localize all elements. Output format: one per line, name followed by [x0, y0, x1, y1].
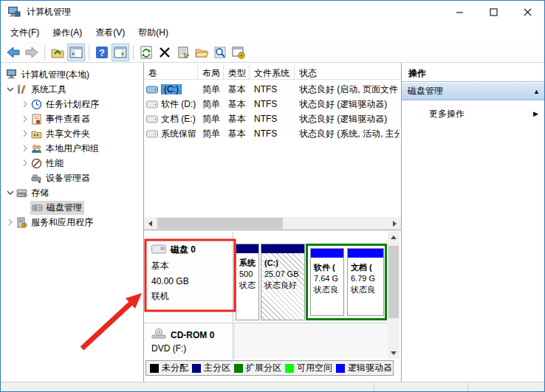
- tree-item-device-manager[interactable]: 设备管理器: [1, 171, 143, 185]
- scroll-right-icon[interactable]: [388, 217, 401, 230]
- chevron-expanded-icon[interactable]: [5, 86, 16, 93]
- chevron-collapsed-icon[interactable]: [20, 130, 30, 137]
- logical-drive-stripe: [311, 249, 343, 258]
- tree-item-system-tools[interactable]: 系统工具: [1, 82, 143, 97]
- legend-swatch-free: [285, 364, 294, 373]
- svg-text:?: ?: [99, 47, 105, 58]
- disk0-size: 40.00 GB: [151, 276, 228, 286]
- volume-layout: 简单: [198, 98, 224, 111]
- partition-system-reserved[interactable]: 系统 500 状态: [236, 244, 259, 320]
- tree-item-label: 设备管理器: [46, 172, 90, 185]
- partition-software[interactable]: 软件 ( 7.64 G 状态良: [310, 248, 344, 316]
- cdrom-row: CD-ROM 0 DVD (F:): [144, 323, 388, 360]
- volume-icon: [146, 100, 160, 109]
- services-applications-icon: [16, 217, 28, 228]
- local-users-groups-icon: [30, 143, 43, 154]
- column-header-status[interactable]: 状态: [295, 65, 402, 80]
- action-section-disk-management[interactable]: 磁盘管理 ▲: [402, 83, 545, 100]
- cdrom-media: DVD (F:): [151, 343, 228, 354]
- more-actions-item[interactable]: 更多操作 ▶: [402, 105, 545, 123]
- action-pane: 操作 磁盘管理 ▲ 更多操作 ▶: [402, 63, 545, 382]
- tree-item-shared-folders[interactable]: 共享文件夹: [1, 126, 143, 141]
- vertical-scrollbar[interactable]: [388, 231, 400, 359]
- show-action-pane-icon[interactable]: [112, 44, 129, 61]
- task-scheduler-icon: [30, 99, 43, 110]
- horizontal-scrollbar[interactable]: [144, 217, 401, 230]
- maximize-button[interactable]: [476, 1, 510, 23]
- tree-item-label: 共享文件夹: [46, 128, 90, 140]
- menu-view[interactable]: 查看(V): [89, 24, 131, 42]
- forward-icon[interactable]: [23, 44, 41, 61]
- chevron-expanded-icon[interactable]: [5, 189, 16, 196]
- tree-item-label: 服务和应用程序: [31, 216, 93, 229]
- refresh-icon[interactable]: [137, 44, 155, 61]
- menu-action[interactable]: 操作(A): [46, 24, 89, 42]
- scrollbar-thumb[interactable]: [157, 218, 283, 229]
- scroll-left-icon[interactable]: [144, 217, 157, 230]
- minimize-button[interactable]: [442, 1, 476, 23]
- partition-status: 状态良: [351, 284, 381, 295]
- volume-status: 状态良好 (逻辑驱动器): [295, 113, 400, 125]
- legend-item: 逻辑驱动器: [336, 362, 392, 374]
- close-button[interactable]: [510, 1, 544, 23]
- volume-fs: NTFS: [250, 84, 295, 94]
- legend-swatch-primary: [192, 364, 201, 373]
- partition-c[interactable]: (C:) 25.07 GB 状态良好: [261, 244, 305, 320]
- legend-label: 未分配: [162, 362, 188, 374]
- volume-type: 基本: [224, 83, 250, 96]
- menu-file[interactable]: 文件(F): [4, 24, 46, 42]
- column-header-layout[interactable]: 布局: [198, 65, 224, 80]
- extended-partition-box: 软件 ( 7.64 G 状态良 文档 ( 6.79 G 状态良: [306, 244, 387, 320]
- legend-label: 主分区: [204, 362, 230, 374]
- chevron-collapsed-icon[interactable]: [5, 219, 16, 226]
- console-options-icon[interactable]: [230, 44, 247, 61]
- open-folder-icon[interactable]: [193, 44, 210, 61]
- legend-item: 扩展分区: [234, 362, 281, 374]
- up-one-level-icon[interactable]: [49, 44, 66, 61]
- legend-swatch-extended: [234, 364, 243, 373]
- column-header-type[interactable]: 类型: [224, 65, 250, 80]
- volume-row[interactable]: 文档 (E:) 简单 基本 NTFS 状态良好 (逻辑驱动器): [144, 111, 401, 126]
- chevron-collapsed-icon[interactable]: [20, 100, 30, 108]
- tree-item-storage[interactable]: 存储: [1, 185, 143, 200]
- show-console-tree-icon[interactable]: [67, 44, 85, 61]
- tree-item-local-users-groups[interactable]: 本地用户和组: [1, 141, 143, 156]
- scrollbar-thumb[interactable]: [388, 246, 399, 318]
- menu-help[interactable]: 帮助(H): [131, 24, 175, 42]
- tree-item-label: 存储: [31, 187, 49, 199]
- back-icon[interactable]: [4, 44, 22, 61]
- volume-fs: NTFS: [250, 114, 295, 124]
- volume-name-selected: (C:): [161, 84, 182, 94]
- help-icon[interactable]: ?: [93, 44, 111, 61]
- legend-label: 扩展分区: [246, 362, 281, 374]
- tree-item-performance[interactable]: 性能: [1, 156, 143, 171]
- disk0-status: 联机: [151, 290, 228, 303]
- search-icon[interactable]: [211, 44, 229, 61]
- chevron-collapsed-icon[interactable]: [20, 159, 30, 167]
- column-header-volume[interactable]: 卷: [144, 65, 198, 80]
- chevron-collapsed-icon[interactable]: [20, 115, 30, 123]
- menu-bar: 文件(F) 操作(A) 查看(V) 帮助(H): [1, 23, 544, 42]
- tree-item-event-viewer[interactable]: 事件查看器: [1, 111, 143, 126]
- properties-icon[interactable]: [174, 44, 192, 61]
- tree-item-services-applications[interactable]: 服务和应用程序: [1, 215, 143, 230]
- tree-item-computer-management[interactable]: 计算机管理(本地): [1, 67, 143, 82]
- tree-item-task-scheduler[interactable]: 任务计划程序: [1, 97, 143, 111]
- scroll-down-icon[interactable]: [388, 347, 400, 359]
- delete-icon[interactable]: [156, 44, 174, 61]
- volume-layout: 简单: [198, 83, 224, 96]
- volume-row[interactable]: 系统保留 简单 基本 NTFS 状态良好 (系统, 活动, 主分: [144, 126, 401, 141]
- partition-status: 状态良好: [264, 280, 302, 291]
- column-header-filesystem[interactable]: 文件系统: [250, 65, 295, 80]
- scroll-up-icon[interactable]: [388, 231, 400, 243]
- disk0-label-cell[interactable]: 磁盘 0 基本 40.00 GB 联机: [145, 232, 233, 322]
- cdrom-label-cell[interactable]: CD-ROM 0 DVD (F:): [145, 323, 233, 360]
- partition-size: 7.64 G: [314, 273, 341, 284]
- collapse-icon[interactable]: ▲: [533, 88, 540, 95]
- chevron-collapsed-icon[interactable]: [20, 145, 30, 152]
- primary-partition-stripe: [261, 244, 304, 253]
- tree-item-disk-management[interactable]: 磁盘管理: [1, 200, 143, 215]
- volume-row[interactable]: (C:) 简单 基本 NTFS 状态良好 (启动, 页面文件: [144, 82, 401, 97]
- partition-documents[interactable]: 文档 ( 6.79 G 状态良: [347, 248, 384, 316]
- volume-row[interactable]: 软件 (D:) 简单 基本 NTFS 状态良好 (逻辑驱动器): [144, 97, 401, 111]
